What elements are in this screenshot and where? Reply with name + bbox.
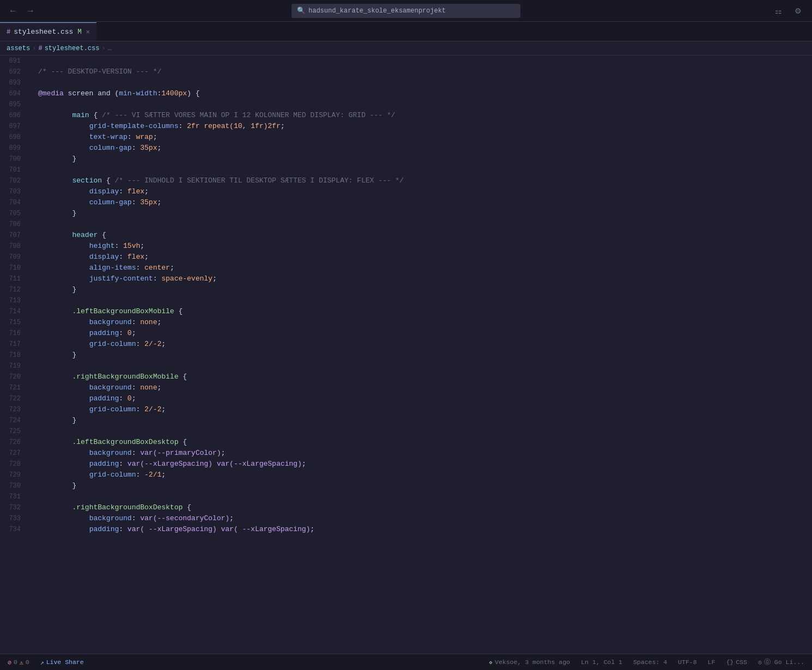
- token-punct: :: [178, 122, 187, 130]
- token-plain: {: [178, 438, 187, 446]
- code-line: align-items: center;: [38, 263, 812, 273]
- token-property: background: [89, 514, 132, 522]
- line-number: 726: [0, 437, 29, 448]
- code-line: [38, 219, 812, 230]
- token-punct: :: [132, 514, 141, 522]
- status-errors[interactable]: ⊘ 0 ⚠ 0: [5, 657, 32, 667]
- token-indent: [38, 471, 89, 479]
- token-punct: :: [119, 394, 128, 403]
- token-value: -2/1: [144, 471, 161, 479]
- token-plain: {: [178, 373, 187, 381]
- status-left: ⊘ 0 ⚠ 0 ↗ Live Share: [5, 657, 86, 667]
- code-line: }: [38, 208, 812, 219]
- code-line: main { /* --- VI SÆTTER VORES MAIN OP I …: [38, 110, 812, 121]
- token-property: padding: [89, 329, 119, 337]
- line-number: 693: [0, 77, 29, 88]
- code-line: /* --- DESKTOP-VERSION --- */: [38, 66, 812, 77]
- git-icon: ⋄: [489, 659, 493, 666]
- tab-stylesheet[interactable]: # stylesheet.css M ✕: [0, 22, 96, 41]
- token-property: align-items: [89, 264, 136, 272]
- token-value: space-evenly: [161, 275, 213, 283]
- line-number: 725: [0, 426, 29, 437]
- code-line: .leftBackgroundBoxDesktop {: [38, 437, 812, 448]
- line-number: 713: [0, 295, 29, 306]
- tab-bar: # stylesheet.css M ✕: [0, 22, 812, 41]
- code-line: display: flex;: [38, 186, 812, 197]
- remote-button[interactable]: ⚏: [771, 3, 786, 19]
- token-brace: }: [72, 416, 76, 424]
- line-number: 730: [0, 480, 29, 491]
- spaces-label: Spaces: 4: [633, 659, 667, 666]
- git-label: Veksoe, 3 months ago: [495, 659, 570, 666]
- token-punct: ;: [221, 449, 225, 457]
- token-punct: ;: [157, 383, 161, 392]
- token-indent: [38, 318, 89, 326]
- line-number: 724: [0, 415, 29, 426]
- line-number: 706: [0, 219, 29, 230]
- token-plain: {: [98, 231, 106, 239]
- eol-label: LF: [708, 659, 716, 666]
- token-indent: [38, 460, 89, 468]
- token-punct: ;: [281, 122, 285, 130]
- token-punct: :: [132, 144, 141, 152]
- tab-close-button[interactable]: ✕: [86, 28, 90, 36]
- code-line: background: var(--primaryColor);: [38, 448, 812, 459]
- breadcrumb-assets[interactable]: assets: [7, 45, 30, 52]
- token-property: grid-column: [89, 405, 136, 413]
- language-label: CSS: [736, 659, 747, 666]
- line-number: 712: [0, 284, 29, 295]
- token-punct: :: [128, 133, 136, 141]
- token-punct: ;: [302, 460, 306, 468]
- token-indent: [38, 351, 72, 359]
- token-indent: [38, 329, 89, 337]
- token-punct: :: [119, 187, 128, 196]
- line-number: 707: [0, 230, 29, 241]
- code-line: display: flex;: [38, 252, 812, 263]
- token-property: text-wrap: [89, 133, 128, 141]
- search-bar[interactable]: 🔍 hadsund_karate_skole_eksamenprojekt: [292, 4, 520, 18]
- line-number: 716: [0, 328, 29, 339]
- breadcrumb-hash: #: [38, 45, 42, 52]
- git-info[interactable]: ⋄ Veksoe, 3 months ago: [487, 657, 572, 667]
- cursor-position[interactable]: Ln 1, Col 1: [579, 657, 625, 667]
- token-indent: [38, 383, 89, 392]
- breadcrumb-sep-2: ›: [101, 45, 105, 52]
- token-fn: var( --xLargeSpacing) var( --xLargeSpaci…: [128, 525, 310, 533]
- title-bar-actions: ⚏ ⚙: [771, 3, 805, 19]
- token-indent: [38, 209, 72, 217]
- line-number: 722: [0, 393, 29, 404]
- token-property: column-gap: [89, 198, 132, 206]
- encoding-label: UTF-8: [678, 659, 697, 666]
- warning-count: 0: [26, 659, 29, 666]
- code-area[interactable]: /* --- DESKTOP-VERSION --- */ @media scr…: [34, 56, 812, 654]
- eol-setting[interactable]: LF: [706, 657, 718, 667]
- token-selector: main: [72, 111, 89, 119]
- token-punct: ;: [157, 318, 161, 326]
- back-button[interactable]: ←: [7, 4, 20, 17]
- token-property: background: [89, 383, 132, 392]
- code-line: [38, 491, 812, 502]
- token-indent: [38, 394, 89, 403]
- token-punct: ;: [161, 340, 166, 348]
- token-punct: ;: [310, 525, 314, 533]
- breadcrumb-ellipsis: …: [108, 45, 112, 52]
- token-punct: ;: [213, 275, 217, 283]
- encoding-setting[interactable]: UTF-8: [676, 657, 699, 667]
- token-selector-class: .rightBackgroundBoxDesktop: [72, 503, 183, 511]
- code-line: [38, 56, 812, 66]
- token-at: @media: [38, 89, 64, 98]
- language-selector[interactable]: {} CSS: [724, 657, 749, 667]
- token-number: 35px: [140, 144, 157, 152]
- position-label: Ln 1, Col 1: [581, 659, 622, 666]
- live-share-button[interactable]: ↗ Live Share: [38, 657, 86, 667]
- forward-button[interactable]: →: [24, 4, 37, 17]
- settings-button[interactable]: ⚙: [790, 3, 805, 19]
- line-number: 705: [0, 208, 29, 219]
- go-live-button[interactable]: ⊙ ⓪ Go Li...: [756, 657, 807, 667]
- breadcrumb: assets › # stylesheet.css › …: [0, 41, 812, 56]
- token-selector-class: .rightBackgroundBoxMobile: [72, 373, 178, 381]
- token-fn: var(--primaryColor): [140, 449, 221, 457]
- spaces-setting[interactable]: Spaces: 4: [631, 657, 669, 667]
- breadcrumb-stylesheet[interactable]: stylesheet.css: [45, 45, 100, 52]
- token-punct: ;: [153, 133, 157, 141]
